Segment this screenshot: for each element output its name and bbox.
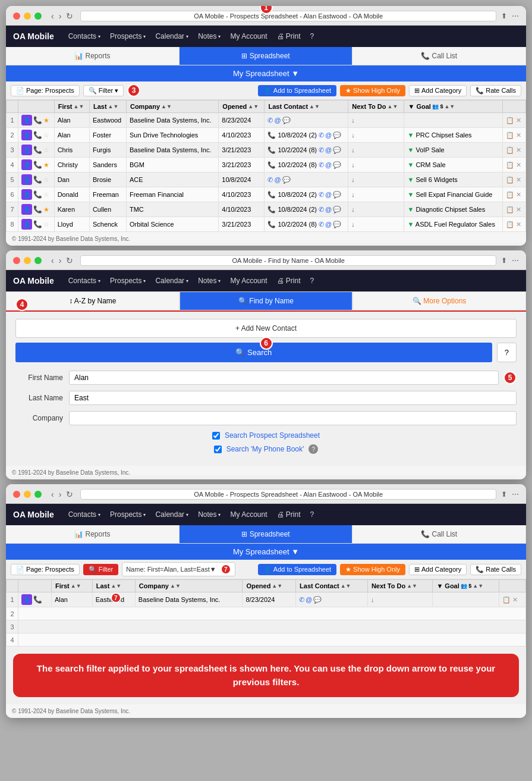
phone-action-icon-3[interactable]: ✆ [299, 596, 304, 604]
copy-icon[interactable]: 📋 [506, 191, 514, 198]
nav-prospects-3[interactable]: Prospects ▾ [105, 504, 150, 525]
phone-small-icon[interactable]: 📞 [33, 220, 42, 228]
avatar-icon[interactable]: 👤 [21, 130, 32, 140]
nav-calendar-2[interactable]: Calendar ▾ [150, 270, 193, 291]
avatar-icon[interactable]: 👤 [21, 115, 32, 126]
col-goal-3[interactable]: ▼ Goal 👥 $ ▲▼ [433, 580, 499, 592]
company-input[interactable] [69, 411, 517, 425]
spreadsheet-bar[interactable]: My Spreadsheet ▼ [6, 65, 526, 81]
show-high-only-button[interactable]: ★ Show High Only [340, 85, 405, 96]
chat-action-icon[interactable]: 💬 [333, 161, 341, 169]
tab-reports-3[interactable]: 📊 Reports [6, 525, 180, 543]
copy-icon[interactable]: 📋 [506, 146, 514, 153]
nav-prospects[interactable]: Prospects ▾ [105, 26, 150, 47]
back-button-3[interactable]: ‹ [49, 490, 56, 499]
phone-action-icon[interactable]: ✆ [319, 191, 324, 199]
phone-small-icon-3[interactable]: 📞 [33, 595, 42, 604]
star-icon[interactable]: ☆ [43, 176, 49, 184]
col-opened-3[interactable]: Opened ▲▼ [243, 580, 296, 592]
add-to-spreadsheet-button[interactable]: 👤 Add to Spreadsheet [258, 85, 336, 96]
nav-notes[interactable]: Notes ▾ [193, 26, 225, 47]
nav-help-3[interactable]: ? [306, 504, 319, 525]
minimize-btn[interactable] [24, 12, 31, 20]
delete-icon[interactable]: ✕ [516, 176, 521, 183]
avatar-icon-3[interactable]: 👤 [21, 594, 32, 605]
copy-icon[interactable]: 📋 [506, 131, 514, 139]
nav-contacts[interactable]: Contacts ▾ [64, 26, 105, 47]
chat-action-icon[interactable]: 💬 [333, 206, 341, 214]
back-button-2[interactable]: ‹ [49, 256, 56, 265]
page-button-3[interactable]: 📄 Page: Prospects [11, 564, 80, 575]
refresh-button[interactable]: ↻ [64, 11, 75, 21]
forward-button-3[interactable]: › [56, 490, 64, 499]
tab-more-options[interactable]: 🔍 More Options [352, 291, 526, 310]
star-icon[interactable]: ☆ [43, 131, 49, 139]
star-icon[interactable]: ☆ [43, 146, 49, 154]
delete-icon[interactable]: ✕ [516, 131, 521, 139]
email-action-icon-3[interactable]: @ [306, 596, 312, 604]
refresh-button-3[interactable]: ↻ [64, 490, 75, 499]
email-action-icon[interactable]: @ [325, 131, 332, 139]
maximize-btn[interactable] [34, 12, 42, 20]
delete-icon[interactable]: ✕ [516, 161, 521, 168]
phone-action-icon[interactable]: ✆ [319, 221, 324, 228]
tab-calllist[interactable]: 📞 Call List [352, 47, 526, 65]
email-action-icon[interactable]: @ [325, 206, 332, 214]
chat-action-icon[interactable]: 💬 [282, 176, 291, 184]
tab-az-by-name[interactable]: ↕ A-Z by Name [6, 291, 180, 310]
phonebook-help-icon[interactable]: ? [309, 444, 318, 454]
filter-button[interactable]: 🔍 Filter ▾ [83, 85, 124, 96]
chat-action-icon[interactable]: 💬 [282, 117, 291, 124]
minimize-btn-3[interactable] [24, 491, 31, 498]
star-icon[interactable]: ☆ [43, 191, 49, 199]
maximize-btn-2[interactable] [34, 257, 42, 264]
nav-myaccount-3[interactable]: My Account [225, 504, 272, 525]
first-name-input[interactable] [69, 371, 499, 385]
chat-action-icon-3[interactable]: 💬 [313, 596, 322, 604]
add-new-contact-button[interactable]: + Add New Contact [15, 319, 517, 338]
nav-notes-3[interactable]: Notes ▾ [193, 504, 225, 525]
avatar-icon[interactable]: 👤 [21, 145, 32, 155]
nav-help-2[interactable]: ? [306, 270, 319, 291]
nav-print-3[interactable]: 🖨 Print [272, 504, 306, 525]
email-action-icon[interactable]: @ [325, 191, 332, 199]
copy-icon[interactable]: 📋 [506, 206, 514, 213]
add-category-button-3[interactable]: ⊞ Add Category [409, 564, 467, 575]
nav-notes-2[interactable]: Notes ▾ [193, 270, 225, 291]
delete-icon[interactable]: ✕ [516, 206, 521, 213]
star-icon[interactable]: ★ [43, 161, 49, 169]
tab-spreadsheet[interactable]: ⊞ Spreadsheet [180, 47, 353, 65]
copy-icon[interactable]: 📋 [506, 221, 514, 228]
col-lastcontact[interactable]: Last Contact ▲▼ [265, 101, 348, 113]
phone-action-icon[interactable]: ✆ [319, 206, 324, 214]
nav-myaccount[interactable]: My Account [225, 26, 272, 47]
phone-action-icon[interactable]: ✆ [267, 176, 273, 184]
col-opened[interactable]: Opened ▲▼ [219, 101, 265, 113]
tab-spreadsheet-3[interactable]: ⊞ Spreadsheet [180, 525, 353, 543]
add-category-button[interactable]: ⊞ Add Category [409, 85, 467, 96]
show-high-only-button-3[interactable]: ★ Show High Only [340, 564, 405, 575]
chat-action-icon[interactable]: 💬 [333, 191, 341, 199]
copy-icon[interactable]: 📋 [506, 161, 514, 168]
col-last-3[interactable]: Last ▲▼ [92, 580, 135, 592]
col-last[interactable]: Last ▲▼ [89, 101, 126, 113]
email-action-icon[interactable]: @ [325, 221, 332, 228]
col-nexttodo[interactable]: Next To Do ▲▼ [348, 101, 404, 113]
nav-prospects-2[interactable]: Prospects ▾ [105, 270, 150, 291]
phone-small-icon[interactable]: 📞 [33, 116, 42, 124]
phone-small-icon[interactable]: 📞 [33, 161, 42, 169]
page-button[interactable]: 📄 Page: Prospects [11, 85, 80, 96]
star-icon[interactable]: ★ [43, 206, 49, 214]
filter-button-3[interactable]: 🔍 Filter [83, 564, 118, 575]
nav-calendar-3[interactable]: Calendar ▾ [150, 504, 193, 525]
checkbox-phone-book[interactable] [214, 446, 222, 453]
col-lastcontact-3[interactable]: Last Contact ▲▼ [296, 580, 368, 592]
copy-icon[interactable]: 📋 [506, 176, 514, 183]
avatar-icon[interactable]: 👤 [21, 189, 32, 200]
email-action-icon[interactable]: @ [325, 161, 332, 169]
close-btn[interactable] [13, 12, 20, 20]
rate-calls-button-3[interactable]: 📞 Rate Calls [470, 564, 521, 575]
col-goal[interactable]: ▼ Goal 👥 $ ▲▼ [404, 101, 503, 113]
forward-button-2[interactable]: › [56, 256, 64, 265]
add-to-spreadsheet-button-3[interactable]: 👤 Add to Spreadsheet [258, 564, 336, 575]
